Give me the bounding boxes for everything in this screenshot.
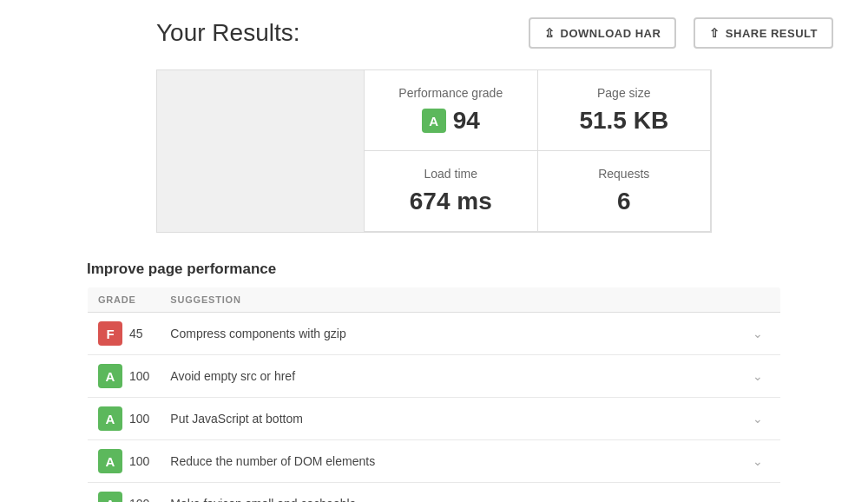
page-title: Your Results: bbox=[35, 19, 511, 47]
table-row: A 100 Reduce the number of DOM elements … bbox=[88, 440, 781, 483]
metric-card-performance: Performance grade A 94 bbox=[365, 70, 538, 151]
results-grid: Performance grade A 94 Page size 51.5 KB… bbox=[156, 69, 712, 233]
grade-score-0: 45 bbox=[129, 327, 143, 340]
table-row: F 45 Compress components with gzip ⌄ bbox=[88, 313, 781, 355]
metric-value-loadtime: 674 ms bbox=[385, 188, 516, 215]
grade-score-1: 100 bbox=[129, 369, 149, 383]
download-har-button[interactable]: ⇫ DOWNLOAD HAR bbox=[529, 17, 676, 49]
td-suggestion-0: Compress components with gzip bbox=[160, 313, 735, 355]
improve-section: Improve page performance GRADE SUGGESTIO… bbox=[87, 261, 781, 502]
share-icon: ⇧ bbox=[709, 26, 720, 40]
screenshot-placeholder bbox=[156, 69, 365, 233]
header-row: Your Results: ⇫ DOWNLOAD HAR ⇧ SHARE RES… bbox=[35, 17, 833, 49]
td-chevron-3[interactable]: ⌄ bbox=[735, 440, 781, 483]
metric-card-loadtime: Load time 674 ms bbox=[365, 151, 538, 232]
td-grade-2: A 100 bbox=[88, 398, 161, 440]
td-grade-3: A 100 bbox=[88, 440, 161, 483]
table-row: A 100 Avoid empty src or href ⌄ bbox=[88, 355, 781, 398]
share-result-button[interactable]: ⇧ SHARE RESULT bbox=[694, 17, 833, 49]
table-header-row: GRADE SUGGESTION bbox=[88, 287, 781, 313]
grade-badge-2: A bbox=[98, 406, 122, 431]
table-row: A 100 Make favicon small and cacheable ⌄ bbox=[88, 483, 781, 503]
metric-label-performance: Performance grade bbox=[385, 86, 516, 100]
performance-score: 94 bbox=[453, 107, 480, 135]
td-grade-4: A 100 bbox=[88, 483, 161, 503]
td-grade-0: F 45 bbox=[88, 313, 161, 355]
grade-badge-1: A bbox=[98, 364, 122, 388]
performance-grade-badge: A bbox=[422, 109, 446, 133]
metric-value-pagesize: 51.5 KB bbox=[559, 107, 690, 135]
grade-score-4: 100 bbox=[129, 497, 149, 502]
metric-label-pagesize: Page size bbox=[559, 86, 690, 100]
td-suggestion-1: Avoid empty src or href bbox=[160, 355, 735, 398]
expand-button-0[interactable]: ⌄ bbox=[746, 323, 770, 344]
td-chevron-0[interactable]: ⌄ bbox=[735, 313, 781, 355]
expand-button-1[interactable]: ⌄ bbox=[746, 366, 770, 386]
td-suggestion-4: Make favicon small and cacheable bbox=[160, 483, 735, 503]
expand-button-2[interactable]: ⌄ bbox=[746, 408, 770, 429]
col-grade-header: GRADE bbox=[88, 287, 161, 313]
metric-label-requests: Requests bbox=[559, 167, 690, 181]
metric-value-requests: 6 bbox=[559, 188, 690, 215]
download-icon: ⇫ bbox=[544, 26, 556, 40]
grade-badge-3: A bbox=[98, 449, 122, 473]
grade-score-2: 100 bbox=[129, 412, 149, 426]
col-suggestion-header: SUGGESTION bbox=[160, 287, 735, 313]
metric-card-pagesize: Page size 51.5 KB bbox=[538, 70, 712, 151]
td-chevron-1[interactable]: ⌄ bbox=[735, 355, 781, 398]
td-suggestion-2: Put JavaScript at bottom bbox=[160, 398, 735, 440]
suggestions-table: GRADE SUGGESTION F 45 Compress component… bbox=[87, 287, 781, 502]
share-btn-label: SHARE RESULT bbox=[726, 27, 818, 40]
improve-title: Improve page performance bbox=[87, 261, 781, 278]
expand-button-4[interactable]: ⌄ bbox=[746, 493, 770, 502]
metric-value-performance: A 94 bbox=[385, 107, 516, 135]
table-row: A 100 Put JavaScript at bottom ⌄ bbox=[88, 398, 781, 440]
metric-label-loadtime: Load time bbox=[385, 167, 516, 181]
expand-button-3[interactable]: ⌄ bbox=[746, 451, 770, 472]
grade-badge-0: F bbox=[98, 321, 122, 346]
grade-score-3: 100 bbox=[129, 454, 149, 468]
td-grade-1: A 100 bbox=[88, 355, 161, 398]
grade-badge-4: A bbox=[98, 492, 122, 502]
metrics-grid: Performance grade A 94 Page size 51.5 KB… bbox=[365, 69, 712, 233]
td-chevron-2[interactable]: ⌄ bbox=[735, 398, 781, 440]
metric-card-requests: Requests 6 bbox=[538, 151, 712, 232]
td-chevron-4[interactable]: ⌄ bbox=[735, 483, 781, 503]
download-btn-label: DOWNLOAD HAR bbox=[561, 27, 661, 40]
col-expand-header bbox=[735, 287, 781, 313]
td-suggestion-3: Reduce the number of DOM elements bbox=[160, 440, 735, 483]
